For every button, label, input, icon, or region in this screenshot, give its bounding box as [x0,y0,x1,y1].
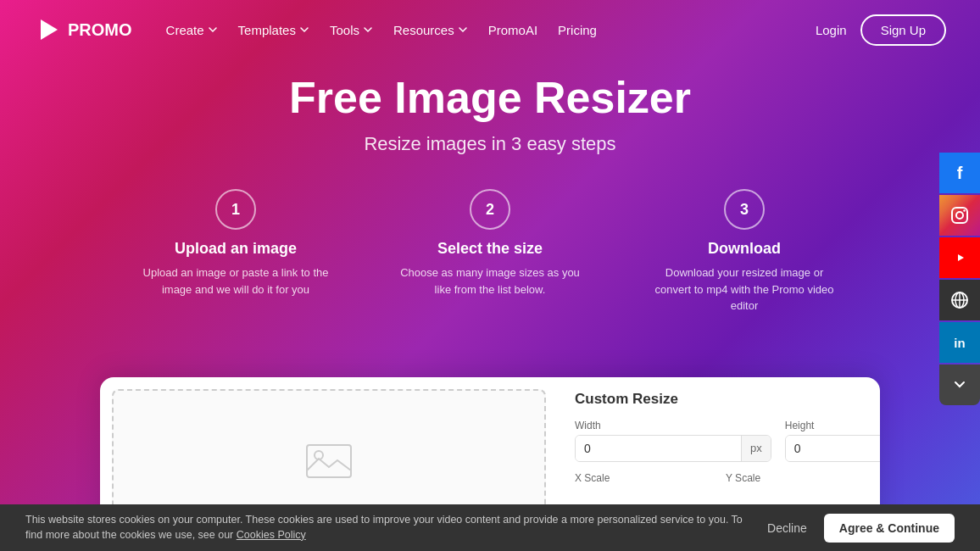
width-height-row: Width px Height px [575,420,863,462]
hero-background: PROMO Create Templates Tools Resources P… [0,0,980,551]
steps-container: 1 Upload an image Upload an image or pas… [142,189,838,314]
resize-title: Custom Resize [575,391,863,408]
cookie-bar: This website stores cookies on your comp… [0,504,980,551]
width-input-wrap: px [575,435,771,462]
nav-promoai[interactable]: PromoAI [480,18,546,42]
step-3-title: Download [708,240,781,258]
step-2-title: Select the size [437,240,543,258]
y-scale-field: Y Scale [726,472,863,487]
hero-subtitle: Resize images in 3 easy steps [364,133,615,155]
nav-actions: Login Sign Up [816,14,946,46]
facebook-button[interactable]: f [939,153,980,193]
chevron-down-icon [954,379,966,391]
step-2-desc: Choose as many image sizes as you like f… [397,264,583,298]
x-scale-field: X Scale [575,472,712,487]
width-unit: px [741,436,771,461]
chevron-down-icon [363,25,373,35]
width-input[interactable] [576,436,741,461]
step-2: 2 Select the size Choose as many image s… [397,189,583,314]
cookie-text: This website stores cookies on your comp… [25,513,750,543]
height-input-wrap: px [785,435,880,462]
step-1-circle: 1 [215,189,256,230]
login-button[interactable]: Login [816,23,847,37]
height-label: Height [785,420,880,431]
step-3-circle: 3 [724,189,765,230]
image-icon [303,440,354,482]
svg-point-5 [963,209,965,211]
cookies-policy-link[interactable]: Cookies Policy [237,529,306,541]
nav-templates[interactable]: Templates [230,18,318,42]
navbar: PROMO Create Templates Tools Resources P… [0,0,980,59]
step-3: 3 Download Download your resized image o… [651,189,838,314]
chevron-down-icon [208,25,218,35]
logo-icon [34,16,61,43]
chevron-down-icon [458,25,468,35]
svg-rect-1 [307,445,351,477]
page-title: Free Image Resizer [289,72,691,123]
youtube-icon [950,251,969,264]
nav-pricing[interactable]: Pricing [549,18,605,42]
instagram-button[interactable] [939,195,980,236]
scale-row: X Scale Y Scale [575,472,863,487]
nav-resources[interactable]: Resources [385,18,476,42]
x-scale-label: X Scale [575,472,712,484]
youtube-button[interactable] [939,237,980,278]
y-scale-label: Y Scale [726,472,863,484]
nav-create[interactable]: Create [158,18,226,42]
brand-name: PROMO [68,20,132,40]
step-3-desc: Download your resized image or convert t… [651,264,838,314]
social-sidebar: f in [939,153,980,405]
height-input[interactable] [786,436,880,461]
scroll-down-button[interactable] [939,365,980,405]
svg-marker-0 [41,19,58,40]
instagram-icon [950,206,969,225]
globe-button[interactable] [939,280,980,320]
svg-point-4 [956,212,963,219]
globe-icon [950,291,969,309]
height-field: Height px [785,420,880,462]
step-2-circle: 2 [470,189,510,230]
step-1: 1 Upload an image Upload an image or pas… [142,189,329,314]
chevron-down-icon [299,25,309,35]
step-1-title: Upload an image [175,240,297,258]
step-1-desc: Upload an image or paste a link to the i… [142,264,329,298]
width-label: Width [575,420,771,431]
signup-button[interactable]: Sign Up [860,14,946,46]
decline-button[interactable]: Decline [767,521,807,535]
width-field: Width px [575,420,771,462]
nav-items: Create Templates Tools Resources PromoAI… [158,18,816,42]
agree-continue-button[interactable]: Agree & Continue [824,514,955,543]
nav-tools[interactable]: Tools [321,18,381,42]
logo[interactable]: PROMO [34,16,132,43]
linkedin-button[interactable]: in [939,322,980,363]
